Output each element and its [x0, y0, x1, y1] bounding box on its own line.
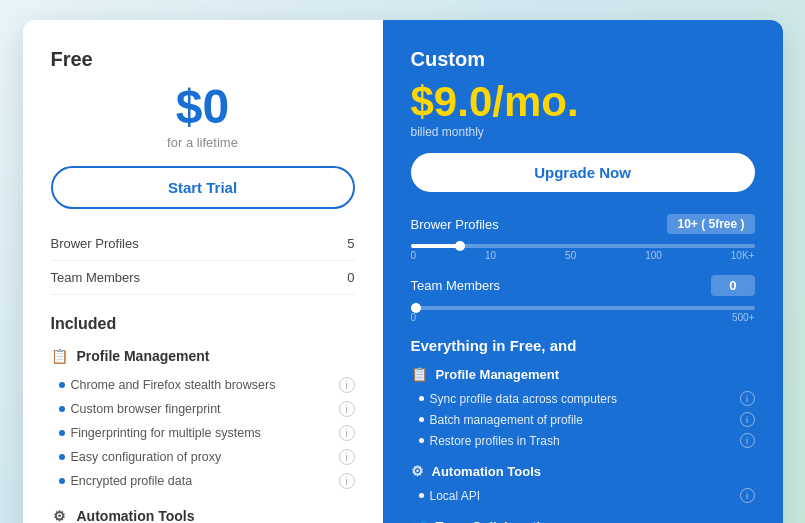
bullet-icon [59, 406, 65, 412]
free-feature-item: Custom browser fingerprint i [51, 397, 355, 421]
free-team-members-value: 0 [347, 270, 354, 285]
free-plan-card: Free $0 for a lifetime Start Trial Browe… [23, 20, 383, 523]
custom-profile-mgmt-section: 📋 Profile Management [411, 366, 755, 382]
custom-feature-item: Sync profile data across computers i [411, 388, 755, 409]
info-icon[interactable]: i [740, 391, 755, 406]
custom-feature-item: Restore profiles in Trash i [411, 430, 755, 451]
custom-team-collab-icon: 👥 [411, 518, 428, 523]
custom-plan-card: Custom $9.0/mo. billed monthly Upgrade N… [383, 20, 783, 523]
feature-text: Easy configuration of proxy [71, 450, 222, 464]
free-feature-item: Easy configuration of proxy i [51, 445, 355, 469]
custom-team-members-value: 0 [711, 275, 754, 296]
team-members-slider[interactable] [411, 306, 755, 310]
info-icon[interactable]: i [339, 473, 355, 489]
custom-browser-profiles-row: Brower Profiles 10+ ( 5free ) [411, 208, 755, 240]
profile-mgmt-icon: 📋 [51, 347, 69, 365]
free-team-members-label: Team Members [51, 270, 141, 285]
info-icon[interactable]: i [740, 433, 755, 448]
white-bullet-icon [419, 438, 424, 443]
custom-browser-profiles-value: 10+ ( 5free ) [667, 214, 754, 234]
free-automation-section: ⚙ Automation Tools [51, 507, 355, 523]
custom-feature-text: Restore profiles in Trash [430, 434, 560, 448]
free-feature-item: Encrypted profile data i [51, 469, 355, 493]
included-title: Included [51, 315, 355, 333]
free-browser-profiles-row: Brower Profiles 5 [51, 227, 355, 261]
free-feature-item: Fingerprinting for multiple systems i [51, 421, 355, 445]
slider-dot [411, 303, 421, 313]
free-plan-title: Free [51, 48, 355, 71]
free-automation-title: Automation Tools [77, 508, 195, 523]
white-bullet-icon [419, 493, 424, 498]
feature-text: Custom browser fingerprint [71, 402, 221, 416]
custom-plan-title: Custom [411, 48, 755, 71]
bullet-icon [59, 478, 65, 484]
free-browser-profiles-label: Brower Profiles [51, 236, 139, 251]
custom-browser-profiles-label: Brower Profiles [411, 217, 499, 232]
custom-team-members-row: Team Members 0 [411, 269, 755, 302]
custom-automation-title: Automation Tools [432, 464, 542, 479]
custom-profile-mgmt-title: Profile Management [436, 367, 560, 382]
browser-profiles-slider[interactable] [411, 244, 755, 248]
slider-labels: 0 10 50 100 10K+ [411, 250, 755, 261]
custom-profile-mgmt-icon: 📋 [411, 366, 428, 382]
bullet-icon [59, 454, 65, 460]
bullet-icon [59, 430, 65, 436]
info-icon[interactable]: i [339, 401, 355, 417]
info-icon[interactable]: i [740, 488, 755, 503]
custom-feature-text: Sync profile data across computers [430, 392, 617, 406]
feature-text: Encrypted profile data [71, 474, 193, 488]
white-bullet-icon [419, 396, 424, 401]
info-icon[interactable]: i [740, 412, 755, 427]
custom-feature-text: Batch management of profile [430, 413, 583, 427]
info-icon[interactable]: i [339, 377, 355, 393]
free-plan-price: $0 [51, 83, 355, 131]
free-browser-profiles-value: 5 [347, 236, 354, 251]
free-team-members-row: Team Members 0 [51, 261, 355, 295]
custom-feature-text: Local API [430, 489, 481, 503]
info-icon[interactable]: i [339, 449, 355, 465]
feature-text: Chrome and Firefox stealth browsers [71, 378, 276, 392]
pricing-plans: Free $0 for a lifetime Start Trial Browe… [23, 20, 783, 523]
bullet-icon [59, 382, 65, 388]
custom-plan-price-subtitle: billed monthly [411, 125, 755, 139]
custom-team-members-label: Team Members [411, 278, 501, 293]
free-profile-mgmt-section: 📋 Profile Management [51, 347, 355, 365]
free-feature-item: Chrome and Firefox stealth browsers i [51, 373, 355, 397]
free-profile-mgmt-title: Profile Management [77, 348, 210, 364]
free-plan-price-subtitle: for a lifetime [51, 135, 355, 150]
custom-team-collab-title: Team Collaboration [436, 519, 556, 523]
everything-in-free-title: Everything in Free, and [411, 337, 755, 354]
start-trial-button[interactable]: Start Trial [51, 166, 355, 209]
automation-icon: ⚙ [51, 507, 69, 523]
custom-plan-price: $9.0/mo. [411, 79, 755, 125]
custom-automation-section: ⚙ Automation Tools [411, 463, 755, 479]
upgrade-now-button[interactable]: Upgrade Now [411, 153, 755, 192]
custom-team-collab-section: 👥 Team Collaboration [411, 518, 755, 523]
slider-labels: 0 500+ [411, 312, 755, 323]
feature-text: Fingerprinting for multiple systems [71, 426, 261, 440]
custom-feature-item: Batch management of profile i [411, 409, 755, 430]
info-icon[interactable]: i [339, 425, 355, 441]
custom-automation-icon: ⚙ [411, 463, 424, 479]
white-bullet-icon [419, 417, 424, 422]
custom-feature-item: Local API i [411, 485, 755, 506]
